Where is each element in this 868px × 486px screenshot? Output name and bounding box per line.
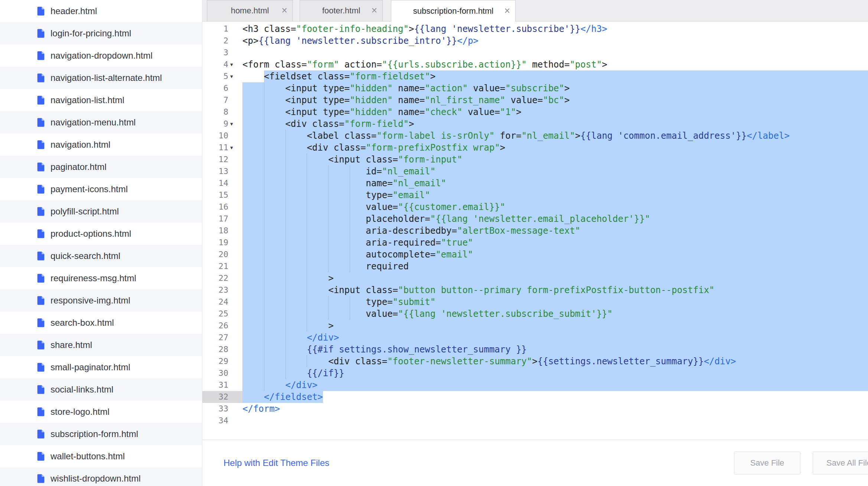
code-token: </p> — [457, 36, 479, 46]
code-line[interactable]: 22 > — [202, 272, 868, 284]
code-line[interactable]: 13 id="nl_email" — [202, 165, 868, 177]
code-line[interactable]: 7 <input type="hidden" name="nl_first_na… — [202, 94, 868, 106]
code-line[interactable]: 17 placeholder="{{lang 'newsletter.email… — [202, 213, 868, 225]
fold-icon[interactable]: ▾ — [228, 70, 242, 82]
code-line[interactable]: 29 <div class="footer-newsletter-summary… — [202, 355, 868, 367]
code-token: "{{urls.subscribe.action}}" — [382, 59, 527, 70]
file-item-header[interactable]: header.html — [0, 0, 202, 22]
tab-home-html[interactable]: home.html× — [207, 0, 293, 21]
tab-subscription-form-html[interactable]: subscription-form.html× — [391, 0, 516, 22]
code-line[interactable]: 20 autocomplete="email" — [202, 249, 868, 260]
file-item-wallet-buttons[interactable]: wallet-buttons.html — [0, 445, 202, 467]
gutter-cell: 10 — [202, 130, 242, 142]
fold-icon[interactable]: ▾ — [228, 142, 242, 154]
code-text: <input type="hidden" name="nl_first_name… — [242, 94, 868, 106]
line-number: 19 — [202, 237, 228, 249]
file-item-social-links[interactable]: social-links.html — [0, 378, 202, 401]
code-line[interactable]: 10 <label class="form-label is-srOnly" f… — [202, 130, 868, 142]
code-line[interactable]: 16 value="{{customer.email}}" — [202, 201, 868, 213]
file-item-requireness-msg[interactable]: requireness-msg.html — [0, 267, 202, 289]
line-number: 11 — [202, 142, 228, 154]
file-item-product-options[interactable]: product-options.html — [0, 223, 202, 245]
code-line[interactable]: 31 </div> — [202, 379, 868, 391]
help-link[interactable]: Help with Edit Theme Files — [223, 458, 329, 468]
gutter-cell: 3 — [202, 47, 242, 59]
fold-spacer — [228, 296, 242, 308]
line-number: 20 — [202, 249, 228, 260]
code-line[interactable]: 23 <input class="button button--primary … — [202, 284, 868, 296]
code-text: value="{{lang 'newsletter.subscribe_subm… — [242, 308, 868, 320]
code-text: value="{{customer.email}}" — [242, 201, 868, 213]
fold-spacer — [228, 391, 242, 403]
gutter-cell: 17 — [202, 213, 242, 225]
file-name: header.html — [50, 6, 97, 16]
file-icon — [36, 318, 46, 328]
code-line[interactable]: 14 name="nl_email" — [202, 177, 868, 189]
code-line[interactable]: 2<p>{{lang 'newsletter.subscribe_intro'}… — [202, 35, 868, 47]
line-number: 5 — [202, 70, 228, 82]
code-line[interactable]: 12 <input class="form-input" — [202, 154, 868, 165]
file-item-payment-icons[interactable]: payment-icons.html — [0, 178, 202, 200]
fold-spacer — [228, 165, 242, 177]
file-name: navigation-dropdown.html — [50, 50, 153, 61]
file-item-wishlist-dropdown[interactable]: wishlist-dropdown.html — [0, 467, 202, 486]
code-line[interactable]: 8 <input type="hidden" name="check" valu… — [202, 106, 868, 118]
code-line[interactable]: 6 <input type="hidden" name="action" val… — [202, 82, 868, 94]
code-token: "{{lang 'newsletter.subscribe_submit'}}" — [398, 309, 613, 319]
file-item-responsive-img[interactable]: responsive-img.html — [0, 289, 202, 312]
file-item-navigation-menu[interactable]: navigation-menu.html — [0, 111, 202, 134]
file-item-store-logo[interactable]: store-logo.html — [0, 401, 202, 423]
file-item-navigation-dropdown[interactable]: navigation-dropdown.html — [0, 45, 202, 67]
code-line[interactable]: 30 {{/if}} — [202, 367, 868, 379]
file-item-navigation[interactable]: navigation.html — [0, 134, 202, 156]
code-line[interactable]: 28 {{#if settings.show_newsletter_summar… — [202, 344, 868, 355]
code-token: name= — [393, 95, 425, 105]
code-line[interactable]: 5▾ <fieldset class="form-fieldset"> — [202, 70, 868, 82]
file-item-login-for-pricing[interactable]: login-for-pricing.html — [0, 22, 202, 45]
file-item-search-box[interactable]: search-box.html — [0, 312, 202, 334]
close-icon[interactable]: × — [281, 6, 287, 16]
file-item-paginator[interactable]: paginator.html — [0, 156, 202, 178]
gutter-cell: 34 — [202, 415, 242, 427]
code-line[interactable]: 3 — [202, 47, 868, 59]
code-line[interactable]: 33</form> — [202, 403, 868, 415]
file-item-share[interactable]: share.html — [0, 334, 202, 356]
line-number: 21 — [202, 260, 228, 272]
code-line[interactable]: 18 aria-describedby="alertBox-message-te… — [202, 225, 868, 237]
save-file-button[interactable]: Save File — [734, 451, 800, 474]
code-line[interactable]: 32 </fieldset> — [202, 391, 868, 403]
fold-icon[interactable]: ▾ — [228, 59, 242, 70]
file-item-small-paginator[interactable]: small-paginator.html — [0, 356, 202, 378]
file-icon — [36, 340, 46, 350]
fold-spacer — [228, 249, 242, 260]
code-line[interactable]: 1<h3 class="footer-info-heading">{{lang … — [202, 23, 868, 35]
code-line[interactable]: 21 required — [202, 260, 868, 272]
code-token: </fieldset> — [264, 392, 323, 402]
file-item-quick-search[interactable]: quick-search.html — [0, 245, 202, 267]
file-item-polyfill-script[interactable]: polyfill-script.html — [0, 200, 202, 223]
code-line[interactable]: 34 — [202, 415, 868, 427]
code-line[interactable]: 9▾ <div class="form-field"> — [202, 118, 868, 130]
close-icon[interactable]: × — [504, 6, 510, 16]
close-icon[interactable]: × — [371, 6, 377, 16]
file-item-navigation-list[interactable]: navigation-list.html — [0, 89, 202, 111]
fold-icon[interactable]: ▾ — [228, 118, 242, 130]
code-line[interactable]: 19 aria-required="true" — [202, 237, 868, 249]
save-all-files-button[interactable]: Save All Files — [813, 451, 868, 474]
code-line[interactable]: 15 type="email" — [202, 189, 868, 201]
tab-footer-html[interactable]: footer.html× — [300, 0, 383, 21]
file-item-navigation-list-alternate[interactable]: navigation-list-alternate.html — [0, 67, 202, 89]
file-name: subscription-form.html — [50, 429, 138, 439]
file-name: requireness-msg.html — [50, 273, 136, 283]
file-item-subscription-form[interactable]: subscription-form.html — [0, 423, 202, 445]
code-token: {{#if settings.show_newsletter_summary }… — [307, 344, 526, 355]
code-line[interactable]: 24 type="submit" — [202, 296, 868, 308]
code-line[interactable]: 26 > — [202, 320, 868, 332]
code-line[interactable]: 27 </div> — [202, 332, 868, 344]
code-line[interactable]: 11▾ <div class="form-prefixPostfix wrap"… — [202, 142, 868, 154]
code-line[interactable]: 25 value="{{lang 'newsletter.subscribe_s… — [202, 308, 868, 320]
code-line[interactable]: 4▾<form class="form" action="{{urls.subs… — [202, 59, 868, 70]
file-icon — [36, 384, 46, 395]
line-number: 9 — [202, 118, 228, 130]
code-editor[interactable]: 1<h3 class="footer-info-heading">{{lang … — [202, 22, 868, 440]
